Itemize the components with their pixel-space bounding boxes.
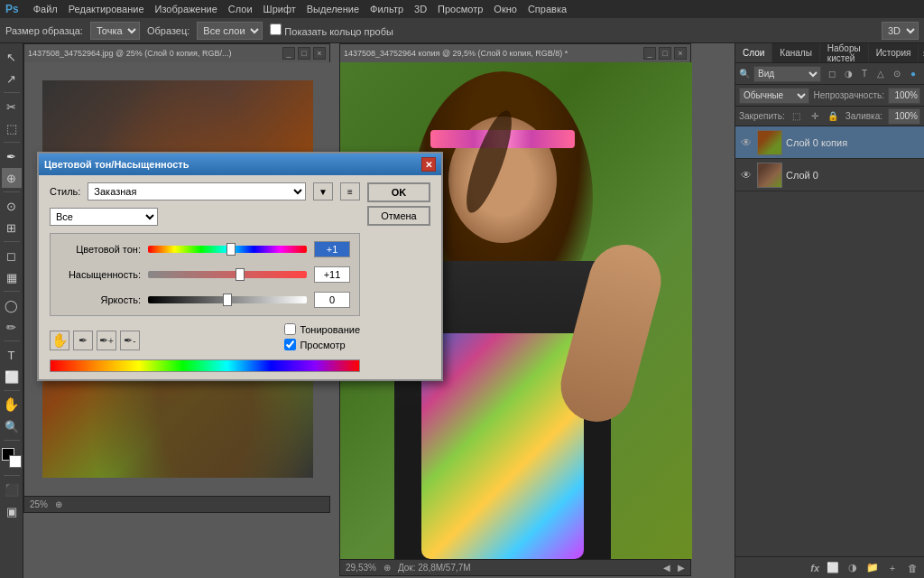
tab-layers[interactable]: Слои <box>735 43 772 62</box>
sat-slider-thumb[interactable] <box>236 268 245 281</box>
tool-shape[interactable]: ⬜ <box>2 367 22 387</box>
toning-checkbox[interactable] <box>284 323 296 335</box>
style-options-btn[interactable]: ▼ <box>313 182 333 200</box>
tool-heal[interactable]: ⊙ <box>2 196 22 216</box>
hue-label: Цветовой тон: <box>60 244 141 255</box>
fill-input[interactable] <box>888 108 920 125</box>
menu-filter[interactable]: Фильтр <box>370 4 403 14</box>
doc-close-1[interactable]: × <box>313 47 326 60</box>
layer-thumb-img-0 <box>758 131 781 154</box>
tool-stamp[interactable]: ⊞ <box>2 218 22 238</box>
doc-nav-right[interactable]: ▶ <box>678 563 685 573</box>
tool-dodge[interactable]: ◯ <box>2 295 22 315</box>
layer-vis-1[interactable]: 👁 <box>739 168 753 182</box>
tab-channels[interactable]: Каналы <box>772 43 820 62</box>
tool-hand[interactable]: ✋ <box>2 395 22 415</box>
tool-gradient[interactable]: ▦ <box>2 267 22 287</box>
sat-slider-track[interactable] <box>148 268 307 281</box>
layer-filter-pixel-icon[interactable]: ◻ <box>825 67 839 81</box>
bright-slider-thumb[interactable] <box>223 294 232 306</box>
doc-status-icon-1: ⊕ <box>55 499 62 509</box>
layer-item-1[interactable]: 👁 Слой 0 <box>735 159 924 191</box>
tool-direct-select[interactable]: ↗ <box>2 69 22 89</box>
size-select[interactable]: Точка <box>90 22 140 40</box>
layer-filter-smart-icon[interactable]: ⊙ <box>890 67 904 81</box>
tool-eyedropper[interactable]: ✒ <box>2 146 22 166</box>
menu-image[interactable]: Изображение <box>155 4 217 14</box>
dialog-close-button[interactable]: ✕ <box>421 157 436 172</box>
doc-close-2[interactable]: × <box>674 47 687 60</box>
menu-help[interactable]: Справка <box>528 4 567 14</box>
hue-input[interactable] <box>314 241 350 257</box>
lock-pixel-icon[interactable]: ⬚ <box>790 110 803 123</box>
cancel-button[interactable]: Отмена <box>367 206 430 226</box>
tool-zoom[interactable]: 🔍 <box>2 416 22 436</box>
preview-checkbox[interactable] <box>284 339 296 350</box>
threed-select[interactable]: 3D <box>882 22 919 40</box>
menu-window[interactable]: Окно <box>494 4 517 14</box>
layer-item-0[interactable]: 👁 Слой 0 копия <box>735 126 924 159</box>
doc-statusbar-2: 29,53% ⊕ Док: 28,8M/57,7M ◀ ▶ <box>340 559 690 575</box>
tool-mask[interactable]: ⬛ <box>2 480 22 499</box>
background-color[interactable] <box>9 455 22 468</box>
show-ring-checkbox[interactable] <box>270 23 282 35</box>
layer-filter-shape-icon[interactable]: △ <box>873 67 888 81</box>
doc-minimize-2[interactable]: _ <box>643 47 656 60</box>
opacity-input[interactable] <box>888 88 920 104</box>
tab-brushes[interactable]: Наборы кистей <box>820 43 869 62</box>
eyedropper-minus-btn[interactable]: ✒- <box>120 331 140 350</box>
doc-maximize-2[interactable]: □ <box>659 47 671 60</box>
tab-history[interactable]: История <box>869 43 919 62</box>
fx-button[interactable]: fx <box>808 563 821 573</box>
style-select[interactable]: Заказная <box>88 182 306 200</box>
menu-file[interactable]: Файл <box>33 4 58 14</box>
layer-vis-0[interactable]: 👁 <box>739 135 753 150</box>
hand-tool-btn[interactable]: ✋ <box>50 331 69 350</box>
add-adjustment-icon[interactable]: ◑ <box>845 560 861 576</box>
menu-select[interactable]: Выделение <box>307 4 359 14</box>
tool-brush[interactable]: ⊕ <box>2 168 22 188</box>
hue-slider-track[interactable] <box>148 243 307 256</box>
menu-view[interactable]: Просмотр <box>438 4 483 14</box>
channel-select[interactable]: Все <box>50 208 158 226</box>
tool-crop[interactable]: ⬚ <box>2 118 22 138</box>
toolbar-sep-4 <box>4 241 20 242</box>
layer-filter-select[interactable]: Вид <box>753 66 821 82</box>
tool-slice[interactable]: ✂ <box>2 97 22 117</box>
brightness-input[interactable] <box>314 292 350 308</box>
tool-eraser[interactable]: ◻ <box>2 246 22 266</box>
panel-more-btn[interactable]: » <box>919 43 924 62</box>
layer-filter-toggle[interactable]: ● <box>906 67 920 81</box>
hue-saturation-dialog: Цветовой тон/Насыщенность ✕ Стиль: <box>37 152 443 381</box>
add-mask-icon[interactable]: ⬜ <box>825 560 841 576</box>
lock-position-icon[interactable]: ✛ <box>808 110 821 123</box>
lock-all-icon[interactable]: 🔒 <box>827 110 839 123</box>
saturation-input[interactable] <box>314 266 350 283</box>
hue-slider-thumb[interactable] <box>226 243 236 256</box>
menu-layers[interactable]: Слои <box>228 4 253 14</box>
menu-font[interactable]: Шрифт <box>263 4 296 14</box>
doc-maximize-1[interactable]: □ <box>298 47 310 60</box>
tool-text[interactable]: T <box>2 345 22 365</box>
eyedropper-plus-btn[interactable]: ✒+ <box>97 331 116 350</box>
eyedropper-tool-btn[interactable]: ✒ <box>73 331 93 350</box>
delete-layer-icon[interactable]: 🗑 <box>904 560 920 576</box>
tool-select[interactable]: ↖ <box>2 47 22 67</box>
ok-button[interactable]: OK <box>367 182 430 202</box>
layer-filter-text-icon[interactable]: T <box>857 67 872 81</box>
bright-slider-track[interactable] <box>148 294 307 306</box>
tool-pen[interactable]: ✏ <box>2 317 22 337</box>
menu-3d[interactable]: 3D <box>414 4 427 14</box>
style-label: Стиль: <box>50 186 80 197</box>
doc-controls-2: _ □ × <box>643 47 687 60</box>
layer-filter-adj-icon[interactable]: ◑ <box>841 67 855 81</box>
sample-select[interactable]: Все слои <box>197 22 263 40</box>
add-layer-icon[interactable]: + <box>884 560 901 576</box>
style-save-btn[interactable]: ≡ <box>340 182 360 200</box>
blend-mode-select[interactable]: Обычные <box>739 88 809 104</box>
tool-screen-mode[interactable]: ▣ <box>2 501 22 521</box>
doc-minimize-1[interactable]: _ <box>282 47 295 60</box>
menu-edit[interactable]: Редактирование <box>69 4 144 14</box>
add-group-icon[interactable]: 📁 <box>864 560 881 576</box>
doc-nav-left[interactable]: ◀ <box>663 563 670 573</box>
